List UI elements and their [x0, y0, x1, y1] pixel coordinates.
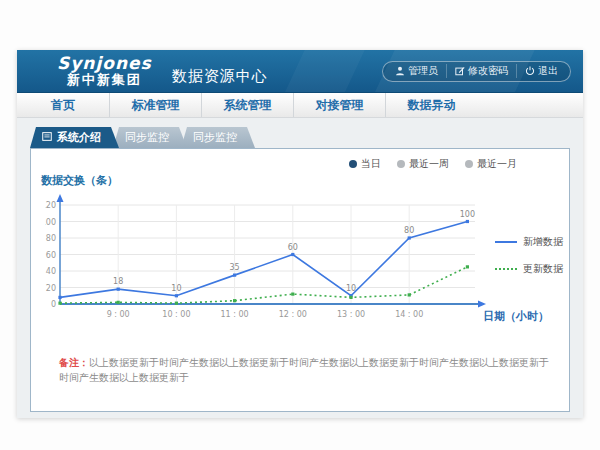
nav-item-standard-mgmt[interactable]: 标准管理: [109, 93, 201, 117]
time-range-filter: 当日 最近一周 最近一月: [349, 157, 517, 171]
nav-item-data-change[interactable]: 数据异动: [385, 93, 477, 117]
power-icon: [525, 66, 535, 76]
svg-text:10 : 00: 10 : 00: [162, 310, 190, 319]
range-option-label: 当日: [361, 157, 381, 171]
svg-text:80: 80: [46, 234, 56, 243]
radio-selected-icon: [349, 160, 357, 168]
page-title: 数据资源中心: [172, 67, 268, 86]
document-icon: [42, 131, 52, 144]
svg-text:10: 10: [171, 284, 181, 293]
content-area: 系统介绍 同步监控 同步监控 当日 最近一周: [17, 118, 583, 418]
nav-item-system-mgmt[interactable]: 系统管理: [201, 93, 293, 117]
legend-label: 更新数据: [523, 262, 563, 276]
tab-sync-monitor-2[interactable]: 同步监控: [181, 127, 255, 148]
svg-text:18: 18: [113, 277, 123, 286]
app-header: Synjones 新中新集团 数据资源中心 管理员 修改密码: [17, 50, 583, 93]
chart-panel: 当日 最近一周 最近一月 数据交换（条） 0204060801001209 : …: [30, 148, 570, 412]
svg-text:11 : 00: 11 : 00: [221, 310, 249, 319]
change-password-label: 修改密码: [468, 64, 508, 78]
svg-text:60: 60: [46, 251, 56, 260]
line-chart: 0204060801001209 : 0010 : 0011 : 0012 : …: [45, 193, 490, 341]
x-axis-title: 日期（小时）: [483, 309, 549, 324]
svg-text:35: 35: [230, 263, 240, 272]
svg-text:20: 20: [46, 284, 56, 293]
logout-label: 退出: [538, 64, 558, 78]
svg-text:120: 120: [45, 201, 56, 210]
range-option-label: 最近一月: [477, 157, 517, 171]
logo-brand-text: Synjones: [57, 55, 152, 73]
change-password-button[interactable]: 修改密码: [446, 64, 516, 78]
svg-text:12 : 00: 12 : 00: [279, 310, 307, 319]
logo-brand-cn-text: 新中新集团: [57, 73, 152, 87]
user-toolbar: 管理员 修改密码 退出: [382, 61, 571, 82]
svg-text:9 : 00: 9 : 00: [107, 310, 130, 319]
legend-item-updated-data[interactable]: 更新数据: [495, 262, 563, 276]
range-option-last-month[interactable]: 最近一月: [465, 157, 517, 171]
svg-text:13 : 00: 13 : 00: [337, 310, 365, 319]
tab-label: 同步监控: [193, 130, 237, 145]
svg-text:100: 100: [45, 218, 56, 227]
current-user-label: 管理员: [408, 64, 438, 78]
tab-label: 同步监控: [125, 130, 169, 145]
tab-label: 系统介绍: [57, 130, 101, 145]
logout-button[interactable]: 退出: [516, 64, 566, 78]
radio-unselected-icon: [465, 160, 473, 168]
dotted-line-icon: [495, 268, 517, 270]
svg-text:10: 10: [346, 284, 356, 293]
range-option-today[interactable]: 当日: [349, 157, 381, 171]
svg-text:80: 80: [404, 226, 414, 235]
app-window: Synjones 新中新集团 数据资源中心 管理员 修改密码: [17, 50, 583, 418]
footnote: 备注：以上数据更新于时间产生数据以上数据更新于时间产生数据以上数据更新于时间产生…: [59, 355, 549, 385]
radio-unselected-icon: [397, 160, 405, 168]
svg-text:100: 100: [460, 210, 475, 219]
svg-text:40: 40: [46, 267, 56, 276]
nav-item-home[interactable]: 首页: [17, 93, 109, 117]
y-axis-title: 数据交换（条）: [41, 173, 118, 188]
company-logo: Synjones 新中新集团: [57, 55, 152, 86]
solid-line-icon: [495, 241, 517, 243]
svg-text:14 : 00: 14 : 00: [395, 310, 423, 319]
tab-bar: 系统介绍 同步监控 同步监控: [30, 127, 249, 148]
footnote-prefix: 备注：: [59, 357, 89, 368]
line-chart-svg: 0204060801001209 : 0010 : 0011 : 0012 : …: [45, 193, 490, 341]
tab-sync-monitor-1[interactable]: 同步监控: [113, 127, 187, 148]
tab-system-intro[interactable]: 系统介绍: [30, 127, 119, 148]
current-user-button[interactable]: 管理员: [387, 64, 446, 78]
legend-label: 新增数据: [523, 235, 563, 249]
header-decor-streak: [272, 50, 374, 93]
footnote-text: 以上数据更新于时间产生数据以上数据更新于时间产生数据以上数据更新于时间产生数据以…: [59, 357, 549, 383]
svg-text:60: 60: [288, 243, 298, 252]
nav-item-integration-mgmt[interactable]: 对接管理: [293, 93, 385, 117]
main-nav: 首页 标准管理 系统管理 对接管理 数据异动: [17, 93, 583, 118]
series-legend: 新增数据 更新数据: [495, 235, 563, 276]
edit-icon: [455, 66, 465, 76]
range-option-label: 最近一周: [409, 157, 449, 171]
range-option-last-week[interactable]: 最近一周: [397, 157, 449, 171]
legend-item-new-data[interactable]: 新增数据: [495, 235, 563, 249]
page: Synjones 新中新集团 数据资源中心 管理员 修改密码: [0, 0, 600, 450]
svg-text:0: 0: [51, 300, 56, 309]
user-icon: [395, 66, 405, 76]
